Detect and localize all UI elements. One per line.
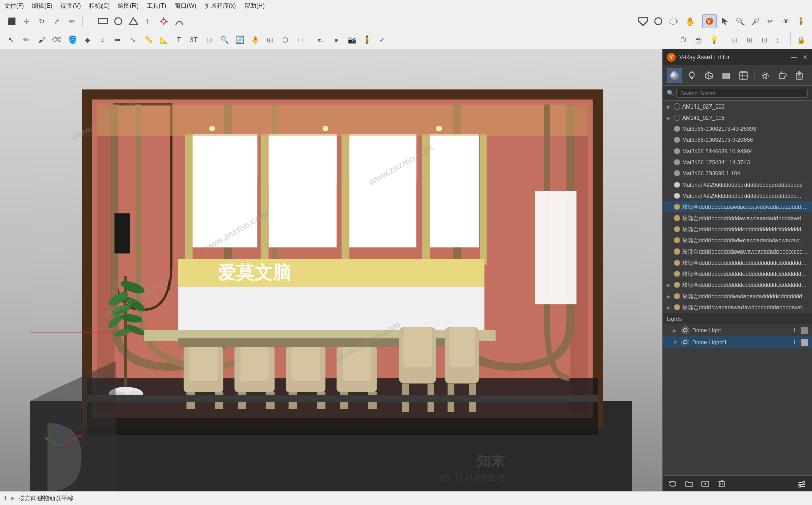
tool-scale[interactable]: ⤢ [50, 14, 64, 28]
asset-item-17[interactable]: ▶ 玫瑰金dddddddddddwadadaadaddddddddddddddd… [663, 291, 812, 302]
menu-view[interactable]: 视图(V) [60, 2, 81, 10]
menu-edit[interactable]: 编辑(E) [32, 2, 52, 10]
light-dome-1[interactable]: ▶ Dome Light 1 [663, 324, 812, 336]
search-input[interactable] [676, 89, 808, 98]
asset-item-15[interactable]: ▶ 玫瑰金ddddddddddddddddddddddddddddddddddd… [663, 268, 812, 279]
vray-tab-settings[interactable] [758, 68, 773, 83]
asset-item-6[interactable]: ▶ Mat3d66-383690-1-104 [663, 168, 812, 179]
tool-tape[interactable]: 📏 [141, 32, 155, 47]
tool-shape-circle[interactable] [111, 14, 125, 28]
tool-table[interactable]: ⊟ [727, 32, 741, 47]
tool-shape-arrow-up[interactable]: ↑ [142, 14, 156, 28]
tool-cursor[interactable] [718, 14, 732, 28]
asset-item-14[interactable]: ▶ 玫瑰金ddddddddddddddddddddddddddddddddddd… [663, 257, 812, 268]
tool-component[interactable]: ⬡ [278, 32, 292, 47]
menu-camera[interactable]: 相机(C) [89, 2, 110, 10]
vray-add-button[interactable] [699, 478, 712, 490]
tool-shape-triangle[interactable] [126, 14, 141, 28]
tool-erase[interactable]: ✏ [65, 14, 79, 28]
vray-delete-button[interactable] [716, 478, 728, 490]
asset-item-11[interactable]: ▶ 玫瑰金ddddddddddddddddddddddddddddddddddd… [663, 224, 812, 235]
menu-extensions[interactable]: 扩展程序(x) [205, 2, 236, 10]
tool-check[interactable]: ✓ [375, 32, 389, 47]
tool-orbit[interactable]: 🔄 [232, 32, 247, 47]
tool-protractor[interactable]: 📐 [156, 32, 171, 47]
tool-circle2[interactable] [651, 14, 665, 28]
asset-item-5[interactable]: ▶ Mat3d66-1254341-14-3743 [663, 157, 812, 168]
asset-item-10[interactable]: ▶ 玫瑰金dddddddddddddawawdaaadaddddddawdawa… [663, 212, 812, 224]
vray-tab-layers[interactable] [719, 68, 734, 83]
tool-paint[interactable]: 🪣 [65, 32, 79, 47]
lights-section-header[interactable]: Lights [663, 313, 812, 324]
asset-item-12[interactable]: ▶ 玫瑰金dddddddddddadwdawdadadadadwawawdada… [663, 235, 812, 246]
asset-item-18[interactable]: ▶ 玫瑰金dddddwadadawadawddddddddaddddawdawd… [663, 302, 812, 313]
tool-person2[interactable]: 🧍 [360, 32, 374, 47]
tool-push-pull[interactable]: ↕ [95, 32, 110, 47]
tool-shape-rect[interactable] [96, 14, 110, 28]
tool-section[interactable]: ⊡ [202, 32, 216, 47]
asset-item-7[interactable]: ▶ Material #229ddddddddddddddddddddddddd… [663, 179, 812, 190]
asset-item-3[interactable]: ▶ Mat3d66-10002173-9-20856 [663, 134, 812, 146]
tool-cup[interactable]: ☕ [691, 32, 705, 47]
tool-lock[interactable]: 🔒 [794, 32, 808, 47]
tool-vray-render[interactable]: V [702, 14, 717, 28]
vray-settings2-button[interactable] [796, 478, 808, 490]
tool-group2[interactable]: □ [293, 32, 308, 47]
tool-offset[interactable]: ⤡ [126, 32, 140, 47]
tool-3dtext[interactable]: 3T [187, 32, 201, 47]
tool-select[interactable]: ⬛ [4, 14, 18, 28]
tool-poly[interactable] [666, 14, 681, 28]
vray-tab-history[interactable] [792, 68, 807, 83]
light-dome-2[interactable]: ▼ Dome Light#1 1 [663, 336, 812, 348]
vray-refresh-button[interactable] [667, 478, 679, 490]
tool-rotate[interactable]: ↻ [35, 14, 49, 28]
menu-window[interactable]: 窗口(W) [175, 2, 196, 10]
vray-minimize-button[interactable]: — [791, 54, 797, 61]
tool-pencil[interactable]: ✏ [19, 32, 33, 47]
tool-arrow[interactable]: ↖ [4, 32, 18, 47]
asset-item-0[interactable]: ▶ AM141_027_003 [663, 101, 812, 112]
tool-eye[interactable]: 👁 [779, 14, 793, 28]
tool-hand[interactable]: ✋ [682, 14, 696, 28]
tool-move[interactable]: ✛ [19, 14, 33, 28]
tool-zoom-in[interactable]: 🔍 [733, 14, 747, 28]
vray-tab-textures[interactable] [736, 68, 751, 83]
tool-scissors[interactable]: ✂ [763, 14, 777, 28]
tool-tag[interactable]: 🏷 [314, 32, 328, 47]
viewport[interactable]: 爱莫文脑 [0, 49, 662, 491]
tool-table3[interactable]: ⊡ [758, 32, 772, 47]
tool-person[interactable]: 🧍 [794, 14, 808, 28]
menu-help[interactable]: 帮助(H) [244, 2, 265, 10]
tool-zoom-out[interactable]: 🔎 [748, 14, 762, 28]
tool-sun[interactable] [157, 14, 171, 28]
tool-camera2[interactable]: 📷 [345, 32, 359, 47]
tool-text[interactable]: T [172, 32, 186, 47]
asset-item-1[interactable]: ▶ AM141_027_008 [663, 112, 812, 123]
tool-arc[interactable] [172, 14, 186, 28]
vray-tab-lights[interactable] [684, 68, 699, 83]
tool-eraser[interactable]: ⌫ [50, 32, 64, 47]
menu-draw[interactable]: 绘图(R) [118, 2, 139, 10]
tool-clock[interactable]: ⏱ [676, 32, 690, 47]
vray-tab-geometry[interactable] [701, 68, 717, 83]
tool-follow-me[interactable]: ➡ [111, 32, 125, 47]
asset-item-8[interactable]: ▶ Material #229ddddddddddddddddddddddddd… [663, 190, 812, 201]
tool-table2[interactable]: ⊞ [742, 32, 757, 47]
tool-lightbulb[interactable]: 💡 [706, 32, 721, 47]
asset-item-13[interactable]: ▶ 玫瑰金dddddddddddawawawdadadaddddcccccccc… [663, 246, 812, 257]
tool-solid[interactable]: ● [329, 32, 344, 47]
asset-item-4[interactable]: ▶ Mat3d66-8446689-10-94904 [663, 146, 812, 157]
asset-item-2[interactable]: ▶ Mat3d66-10002173-49-25393 [663, 123, 812, 134]
tool-rect2[interactable] [636, 14, 650, 28]
tool-shape[interactable]: ◆ [80, 32, 94, 47]
vray-tab-materials[interactable] [667, 68, 682, 83]
asset-item-9[interactable]: ▶ 玫瑰金ddddddddadawdadadawddwadadaadddddd.… [663, 201, 812, 212]
vray-tab-render[interactable] [775, 68, 790, 83]
tool-window[interactable]: ⬚ [773, 32, 787, 47]
vray-close-button[interactable]: ✕ [803, 54, 808, 61]
tool-zoom2[interactable]: 🔍 [217, 32, 231, 47]
tool-brush[interactable]: 🖌 [35, 32, 49, 47]
tool-pan2[interactable]: 🤚 [248, 32, 262, 47]
asset-item-16[interactable]: ▶ 玫瑰金ddddddddddddddddddddddddddddddddddd… [663, 279, 812, 291]
menu-file[interactable]: 文件(F) [4, 2, 24, 10]
